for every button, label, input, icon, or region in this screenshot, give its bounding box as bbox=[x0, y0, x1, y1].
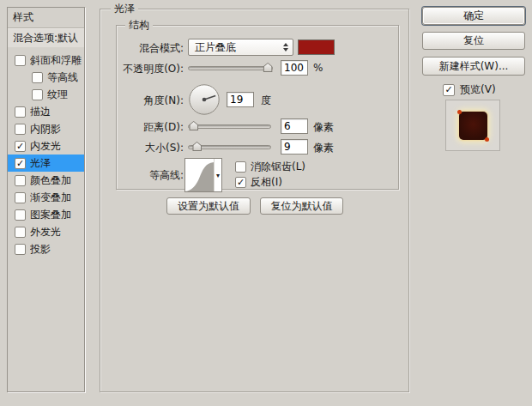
style-list-item[interactable]: 图案叠加 bbox=[8, 206, 84, 223]
style-item-label: 内发光 bbox=[30, 139, 61, 154]
styles-title: 样式 bbox=[8, 8, 84, 28]
style-list-item[interactable]: 外发光 bbox=[8, 223, 84, 240]
anti-alias-checkbox[interactable] bbox=[235, 161, 246, 173]
style-list-item[interactable]: 颜色叠加 bbox=[8, 172, 84, 189]
style-list-item[interactable]: 内阴影 bbox=[8, 120, 84, 137]
distance-input[interactable] bbox=[281, 118, 308, 134]
style-checkbox[interactable] bbox=[15, 209, 26, 221]
style-checkbox[interactable] bbox=[15, 244, 26, 255]
style-item-label: 内阴影 bbox=[30, 122, 61, 136]
blend-mode-select[interactable]: 正片叠底 bbox=[188, 39, 293, 56]
style-list-item[interactable]: 纹理 bbox=[8, 86, 84, 103]
invert-label: 反相(I) bbox=[251, 175, 282, 190]
style-item-label: 渐变叠加 bbox=[30, 191, 71, 205]
style-item-label: 图案叠加 bbox=[30, 208, 71, 222]
distance-label: 距离(D): bbox=[117, 120, 184, 135]
ok-button[interactable]: 确定 bbox=[422, 7, 525, 25]
style-item-label: 颜色叠加 bbox=[30, 173, 71, 188]
structure-group-title: 结构 bbox=[125, 19, 153, 32]
set-default-button[interactable]: 设置为默认值 bbox=[166, 197, 251, 215]
style-list: 斜面和浮雕 等高线 纹理 描边 内阴影 ✓ 内发光 ✓ 光泽 bbox=[8, 52, 84, 258]
satin-color-swatch[interactable] bbox=[298, 39, 335, 55]
contour-label: 等高线: bbox=[117, 168, 184, 183]
invert-option[interactable]: ✓ 反相(I) bbox=[235, 175, 282, 190]
invert-checkbox[interactable]: ✓ bbox=[235, 177, 246, 188]
preview-label: 预览(V) bbox=[460, 82, 496, 97]
preview-checkbox[interactable]: ✓ bbox=[443, 84, 455, 96]
style-checkbox[interactable]: ✓ bbox=[15, 141, 26, 152]
contour-curve-icon bbox=[185, 159, 214, 191]
style-list-item[interactable]: ✓ 光泽 bbox=[8, 155, 84, 172]
style-preview-chip bbox=[459, 112, 487, 140]
size-slider[interactable] bbox=[188, 145, 271, 149]
reset-button[interactable]: 复位 bbox=[422, 32, 525, 50]
style-checkbox[interactable] bbox=[32, 89, 43, 100]
size-unit: 像素 bbox=[313, 141, 334, 155]
size-label: 大小(S): bbox=[117, 141, 184, 155]
preview-option[interactable]: ✓ 预览(V) bbox=[443, 82, 496, 97]
angle-input[interactable] bbox=[227, 92, 254, 107]
reset-to-default-button[interactable]: 复位为默认值 bbox=[260, 197, 343, 215]
anti-alias-label: 消除锯齿(L) bbox=[251, 160, 305, 174]
angle-label: 角度(N): bbox=[117, 94, 184, 108]
size-slider-thumb[interactable] bbox=[192, 142, 202, 151]
styles-sidebar: 样式 混合选项:默认 斜面和浮雕 等高线 纹理 描边 内阴影 ✓ 内发光 bbox=[7, 7, 85, 392]
satin-panel-title: 光泽 bbox=[111, 3, 138, 15]
style-item-label: 外发光 bbox=[30, 225, 61, 239]
style-checkbox[interactable] bbox=[15, 192, 26, 203]
new-style-button[interactable]: 新建样式(W)... bbox=[422, 57, 525, 76]
style-checkbox[interactable] bbox=[15, 227, 26, 238]
distance-slider[interactable] bbox=[188, 124, 271, 129]
contour-picker[interactable]: ▾ bbox=[184, 158, 222, 192]
style-item-label: 等高线 bbox=[47, 70, 78, 85]
style-checkbox[interactable] bbox=[15, 106, 26, 118]
opacity-slider-thumb[interactable] bbox=[263, 63, 273, 72]
style-list-item[interactable]: 等高线 bbox=[8, 69, 84, 86]
style-list-item[interactable]: 描边 bbox=[8, 103, 84, 120]
style-list-item[interactable]: ✓ 内发光 bbox=[8, 137, 84, 155]
style-item-label: 斜面和浮雕 bbox=[30, 53, 82, 68]
style-checkbox[interactable] bbox=[15, 55, 26, 66]
size-input[interactable] bbox=[281, 139, 308, 155]
sidebar-item-blending-options[interactable]: 混合选项:默认 bbox=[8, 29, 84, 47]
blend-mode-label: 混合模式: bbox=[117, 41, 184, 56]
style-item-label: 投影 bbox=[30, 242, 51, 257]
style-checkbox[interactable] bbox=[15, 175, 26, 186]
style-item-label: 描边 bbox=[30, 105, 51, 119]
angle-unit: 度 bbox=[261, 94, 271, 108]
opacity-slider[interactable] bbox=[188, 66, 273, 70]
style-item-label: 光泽 bbox=[30, 156, 51, 171]
dropdown-arrows-icon bbox=[283, 43, 288, 52]
blend-mode-value: 正片叠底 bbox=[195, 40, 236, 55]
style-checkbox[interactable] bbox=[32, 72, 43, 83]
style-list-item[interactable]: 投影 bbox=[8, 240, 84, 258]
style-list-item[interactable]: 渐变叠加 bbox=[8, 189, 84, 206]
style-checkbox[interactable]: ✓ bbox=[15, 158, 26, 169]
style-preview-thumbnail bbox=[445, 100, 500, 151]
angle-dial-center-dot bbox=[203, 98, 207, 102]
opacity-label: 不透明度(O): bbox=[117, 62, 184, 76]
style-checkbox[interactable] bbox=[15, 124, 26, 135]
style-list-item[interactable]: 斜面和浮雕 bbox=[8, 52, 84, 69]
layer-style-dialog: 样式 混合选项:默认 斜面和浮雕 等高线 纹理 描边 内阴影 ✓ 内发光 bbox=[0, 0, 532, 406]
opacity-input[interactable] bbox=[281, 60, 308, 76]
satin-panel: 光泽 结构 混合模式: 正片叠底 不透明度(O): % 角度(N): bbox=[100, 9, 409, 392]
distance-unit: 像素 bbox=[313, 120, 334, 135]
angle-dial[interactable] bbox=[188, 83, 221, 116]
preview-glow-accent bbox=[485, 137, 489, 142]
contour-dropdown-arrow[interactable]: ▾ bbox=[214, 159, 221, 191]
structure-group: 结构 混合模式: 正片叠底 不透明度(O): % 角度(N): bbox=[116, 25, 399, 190]
anti-alias-option[interactable]: 消除锯齿(L) bbox=[235, 160, 305, 174]
style-item-label: 纹理 bbox=[47, 88, 68, 102]
opacity-unit: % bbox=[313, 62, 323, 74]
preview-glow-accent bbox=[457, 110, 462, 114]
distance-slider-thumb[interactable] bbox=[189, 121, 198, 130]
